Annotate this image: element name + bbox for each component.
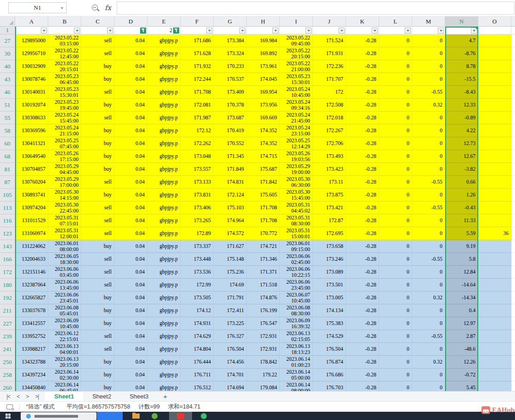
- cell-F27[interactable]: 171.686: [181, 34, 214, 47]
- cell-E58[interactable]: gbpjpy.p: [147, 124, 181, 137]
- cell-F87[interactable]: 173.133: [181, 176, 214, 189]
- column-header-F[interactable]: F: [181, 17, 214, 26]
- cell-O87[interactable]: [478, 176, 511, 189]
- cell-M250[interactable]: 0.32: [412, 356, 445, 369]
- cell-F260[interactable]: 176.512: [181, 381, 214, 391]
- cell-G166[interactable]: 175.148: [214, 253, 247, 266]
- cell-G40[interactable]: 170.233: [214, 60, 247, 73]
- tab-sheet3[interactable]: Sheet3: [120, 392, 158, 402]
- cell-A27[interactable]: 129895000: [15, 34, 48, 47]
- cell-O43[interactable]: [478, 73, 511, 86]
- cell-C192[interactable]: buy: [81, 291, 114, 304]
- cell-H43[interactable]: 174.045: [247, 73, 280, 86]
- cell-B27[interactable]: 2023.05.22 03:15:00: [48, 34, 81, 47]
- cell-O116[interactable]: [478, 214, 511, 227]
- cell-O172[interactable]: [478, 266, 511, 279]
- next-sheet-icon[interactable]: >: [26, 393, 28, 400]
- cell-I227[interactable]: 2023.06.09 16:39:32: [280, 317, 313, 330]
- cell-C40[interactable]: buy: [81, 60, 114, 73]
- cell-M116[interactable]: 0: [412, 214, 445, 227]
- cell-J30[interactable]: 171.931: [313, 47, 346, 60]
- cell-E43[interactable]: gbpjpy.p: [147, 73, 181, 86]
- cell-E55[interactable]: gbpjpy.p: [147, 112, 181, 124]
- cell-J239[interactable]: 174.529: [313, 330, 346, 343]
- cell-A87[interactable]: 130760204: [15, 176, 48, 189]
- cell-A143[interactable]: 131224062: [15, 240, 48, 253]
- cell-H30[interactable]: 169.892: [247, 47, 280, 60]
- cell-G105[interactable]: 172.124: [214, 189, 247, 202]
- cell-D123[interactable]: 0.04: [114, 227, 147, 240]
- cell-O166[interactable]: [478, 253, 511, 266]
- folder-icon[interactable]: [132, 414, 140, 419]
- cell-N81[interactable]: -3.82: [445, 163, 478, 176]
- cell-I192[interactable]: 2023.06.07 10:45:00: [280, 291, 313, 304]
- cell-G250[interactable]: 174.456: [214, 356, 247, 369]
- cell-C60[interactable]: buy: [81, 137, 114, 150]
- cell-D40[interactable]: 0.04: [114, 60, 147, 73]
- cell-C123[interactable]: sell: [81, 227, 114, 240]
- cell-A241[interactable]: 133988217: [15, 343, 48, 356]
- cell-J123[interactable]: 172.695: [313, 227, 346, 240]
- cell-D30[interactable]: 0.04: [114, 47, 147, 60]
- cell-I239[interactable]: 2023.06.13 02:15:05: [280, 330, 313, 343]
- cell-F60[interactable]: 172.262: [181, 137, 214, 150]
- cell-F30[interactable]: 171.628: [181, 47, 214, 60]
- row-header-43[interactable]: 43: [0, 73, 15, 86]
- column-header-A[interactable]: A: [15, 17, 48, 26]
- cell-N113[interactable]: -0.43: [445, 202, 478, 214]
- row-header-239[interactable]: 239: [0, 330, 15, 343]
- cell-G87[interactable]: 174.831: [214, 176, 247, 189]
- cell-J51[interactable]: 172.508: [313, 99, 346, 112]
- cell-C113[interactable]: sell: [81, 202, 114, 214]
- cell-D113[interactable]: 0.04: [114, 202, 147, 214]
- cell-K143[interactable]: -0.28: [346, 240, 379, 253]
- row-header-27[interactable]: 27: [0, 34, 15, 47]
- cell-D105[interactable]: 0.04: [114, 189, 147, 202]
- cell-K46[interactable]: -0.28: [346, 86, 379, 99]
- cell-H227[interactable]: 176.547: [247, 317, 280, 330]
- cell-E105[interactable]: gbpjpy.p: [147, 189, 181, 202]
- cell-D58[interactable]: 0.04: [114, 124, 147, 137]
- filter-cell-H1[interactable]: [247, 27, 280, 34]
- cell-I113[interactable]: 2023.05.31 04:45:02: [280, 202, 313, 214]
- cell-J55[interactable]: 172.018: [313, 112, 346, 124]
- tab-sheet1[interactable]: Sheet1: [45, 392, 83, 402]
- cell-F241[interactable]: 174.804: [181, 343, 214, 356]
- row-header-46[interactable]: 46: [0, 86, 15, 99]
- cell-B227[interactable]: 2023.06.09 10:45:00: [48, 317, 81, 330]
- cell-H211[interactable]: 176.199: [247, 304, 280, 317]
- cell-M27[interactable]: 0: [412, 34, 445, 47]
- cell-O40[interactable]: [478, 60, 511, 73]
- cell-C81[interactable]: buy: [81, 163, 114, 176]
- cell-O180[interactable]: [478, 279, 511, 291]
- cell-I87[interactable]: 2023.05.30 06:30:00: [280, 176, 313, 189]
- cell-M258[interactable]: 0: [412, 369, 445, 381]
- cell-M172[interactable]: 0: [412, 266, 445, 279]
- cell-H58[interactable]: 174.352: [247, 124, 280, 137]
- cell-N116[interactable]: 11.33: [445, 214, 478, 227]
- cell-C68[interactable]: buy: [81, 150, 114, 163]
- cell-L258[interactable]: 0: [379, 369, 412, 381]
- cell-J105[interactable]: 173.875: [313, 189, 346, 202]
- cell-E60[interactable]: gbpjpy.p: [147, 137, 181, 150]
- cell-O113[interactable]: [478, 202, 511, 214]
- filter-dropdown-button-K[interactable]: [372, 28, 378, 34]
- cell-G211[interactable]: 172.411: [214, 304, 247, 317]
- cell-L40[interactable]: 0: [379, 60, 412, 73]
- cell-F40[interactable]: 171.932: [181, 60, 214, 73]
- cell-K40[interactable]: -0.28: [346, 60, 379, 73]
- cell-K81[interactable]: -0.28: [346, 163, 379, 176]
- cell-C30[interactable]: sell: [81, 47, 114, 60]
- cell-B105[interactable]: 2023.05.30 14:15:00: [48, 189, 81, 202]
- cell-D166[interactable]: 0.04: [114, 253, 147, 266]
- cell-C105[interactable]: buy: [81, 189, 114, 202]
- cell-O250[interactable]: [478, 356, 511, 369]
- cell-I116[interactable]: 2023.05.31 08:30:00: [280, 214, 313, 227]
- cell-I46[interactable]: 2023.05.24 10:45:00: [280, 86, 313, 99]
- cell-A105[interactable]: 130893741: [15, 189, 48, 202]
- cell-N192[interactable]: -14.34: [445, 291, 478, 304]
- cell-I172[interactable]: 2023.06.06 10:22:15: [280, 266, 313, 279]
- cell-E258[interactable]: gbpjpy.p: [147, 369, 181, 381]
- cell-C55[interactable]: sell: [81, 112, 114, 124]
- cell-C166[interactable]: sell: [81, 253, 114, 266]
